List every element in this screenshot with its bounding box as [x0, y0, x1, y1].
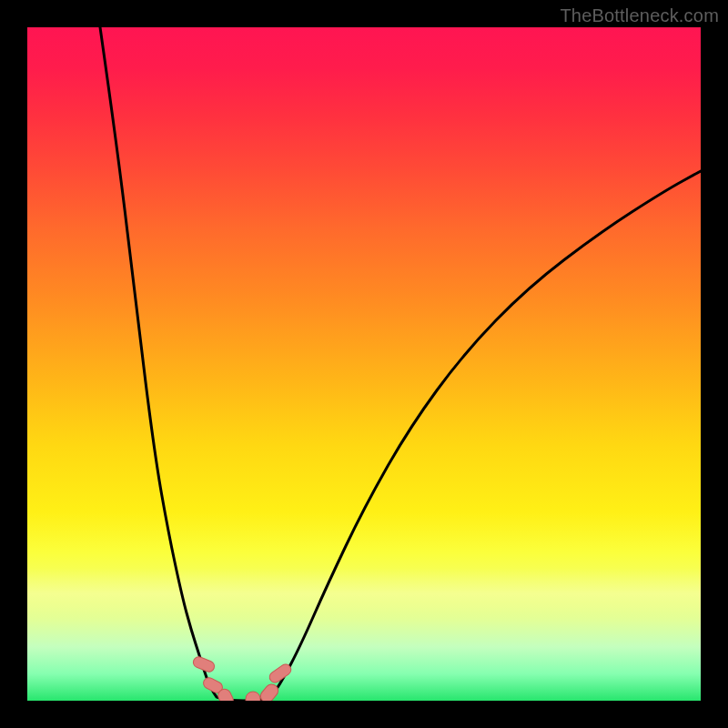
curve-path [100, 27, 701, 701]
chart-frame: TheBottleneck.com [0, 0, 728, 728]
valley-marker [258, 682, 281, 701]
bottleneck-curve-svg [27, 27, 701, 701]
curve-markers [192, 655, 293, 701]
bottleneck-curve [100, 27, 701, 701]
plot-area [27, 27, 701, 701]
valley-marker [246, 692, 260, 701]
watermark-text: TheBottleneck.com [560, 5, 719, 26]
